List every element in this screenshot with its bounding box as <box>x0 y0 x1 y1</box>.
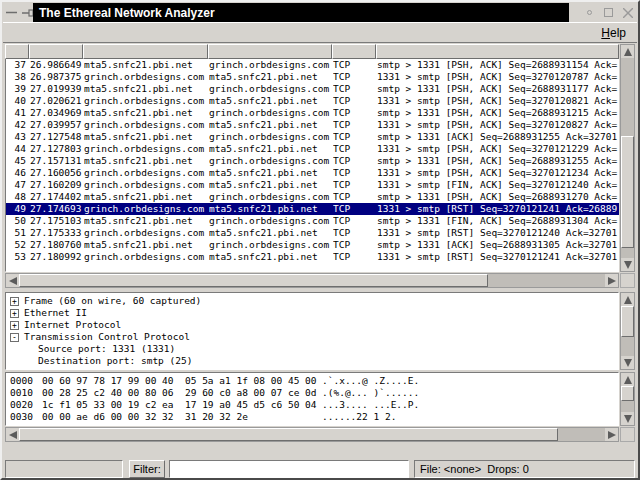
hex-row[interactable]: 0020 1c f1 05 33 00 19 c2 ea 17 19 a0 45… <box>8 399 618 411</box>
packet-row[interactable]: 39 27.019939 mta5.snfc21.pbi.net grinch.… <box>6 83 619 95</box>
ethereal-window: The Ethereal Network Analyzer Help 37 26… <box>0 0 640 480</box>
scroll-right-button[interactable] <box>605 428 618 441</box>
packet-row[interactable]: 48 27.174402 mta5.snfc21.pbi.net grinch.… <box>6 191 619 203</box>
cell-no: 51 <box>6 227 30 239</box>
scroll-right-button[interactable] <box>605 274 618 287</box>
tree-item[interactable]: - Transmission Control Protocol <box>8 331 618 343</box>
scroll-track[interactable] <box>621 58 634 258</box>
scroll-thumb[interactable] <box>19 428 558 441</box>
close-button[interactable] <box>620 5 635 20</box>
hex-row[interactable]: 0000 00 60 97 78 17 99 00 40 05 5a a1 1f… <box>8 375 618 387</box>
cell-info: 1331 > smtp [RST] Seq=3270121241 Ack=268… <box>377 203 619 215</box>
scroll-left-button[interactable] <box>6 274 19 287</box>
cell-time: 27.174693 <box>30 203 84 215</box>
packet-row[interactable]: 53 27.180992 grinch.orbdesigns.com mta5.… <box>6 251 619 263</box>
tree-expander-icon[interactable]: + <box>10 297 19 306</box>
hex-row[interactable]: 0010 00 28 25 c2 40 00 80 06 29 60 c0 a8… <box>8 387 618 399</box>
cell-protocol: TCP <box>333 167 377 179</box>
arrow-up-icon <box>624 48 632 56</box>
column-header[interactable] <box>208 44 332 59</box>
scroll-down-button[interactable] <box>621 258 634 271</box>
packet-row[interactable]: 38 26.987375 grinch.orbdesigns.com mta5.… <box>6 71 619 83</box>
packet-row[interactable]: 37 26.986649 mta5.snfc21.pbi.net grinch.… <box>6 59 619 71</box>
cell-protocol: TCP <box>333 95 377 107</box>
scroll-down-button[interactable] <box>621 356 634 369</box>
menu-item[interactable] <box>3 31 25 35</box>
cell-source: mta5.snfc21.pbi.net <box>84 239 209 251</box>
scroll-track[interactable] <box>19 428 605 441</box>
menu-item[interactable] <box>69 31 91 35</box>
tree-expander-icon[interactable]: + <box>10 321 19 330</box>
hex-ascii: .(%.@... )`...... <box>322 387 618 399</box>
scroll-down-button[interactable] <box>621 412 634 425</box>
scroll-up-button[interactable] <box>621 45 634 58</box>
scroll-track[interactable] <box>621 306 634 356</box>
scroll-thumb[interactable] <box>621 386 634 401</box>
window-title: The Ethereal Network Analyzer <box>33 3 569 22</box>
arrow-down-icon <box>624 415 632 423</box>
tree-expander-icon[interactable]: + <box>10 309 19 318</box>
menu-items <box>3 31 113 35</box>
tree-item[interactable]: Destination port: smtp (25) <box>8 355 618 367</box>
titlebar[interactable]: The Ethereal Network Analyzer <box>3 3 637 22</box>
cell-time: 27.127548 <box>30 131 84 143</box>
packet-row[interactable]: 46 27.160056 grinch.orbdesigns.com mta5.… <box>6 167 619 179</box>
packet-row[interactable]: 52 27.180760 mta5.snfc21.pbi.net grinch.… <box>6 239 619 251</box>
filter-button[interactable]: Filter: <box>129 460 165 478</box>
shade-button[interactable] <box>5 6 18 19</box>
file-status: File: <none> Drops: 0 <box>414 460 635 478</box>
packet-row[interactable]: 42 27.039957 grinch.orbdesigns.com mta5.… <box>6 119 619 131</box>
scroll-thumb[interactable] <box>621 306 634 337</box>
cell-protocol: TCP <box>333 179 377 191</box>
pin-icon <box>22 9 34 17</box>
packet-row[interactable]: 49 27.174693 grinch.orbdesigns.com mta5.… <box>6 203 619 215</box>
cell-info: smtp > 1331 [ACK] Seq=2688931305 Ack=327… <box>377 239 619 251</box>
scroll-up-button[interactable] <box>621 373 634 386</box>
tree-item[interactable]: Source port: 1331 (1331) <box>8 343 618 355</box>
menu-help[interactable]: Help <box>590 24 637 42</box>
packet-row[interactable]: 50 27.175103 mta5.snfc21.pbi.net grinch.… <box>6 215 619 227</box>
menu-item[interactable] <box>25 31 47 35</box>
filter-input[interactable] <box>169 460 409 478</box>
packet-row[interactable]: 44 27.127803 grinch.orbdesigns.com mta5.… <box>6 143 619 155</box>
hex-vscrollbar[interactable] <box>620 372 635 426</box>
column-header[interactable] <box>5 44 29 59</box>
packet-row[interactable]: 47 27.160209 grinch.orbdesigns.com mta5.… <box>6 179 619 191</box>
tree-item[interactable]: + Internet Protocol <box>8 319 618 331</box>
column-header[interactable] <box>83 44 208 59</box>
cell-protocol: TCP <box>333 107 377 119</box>
maximize-button[interactable] <box>601 5 616 20</box>
close-icon <box>623 8 633 18</box>
scroll-left-button[interactable] <box>6 428 19 441</box>
tree-expander-icon[interactable]: - <box>10 333 19 342</box>
cell-destination: mta5.snfc21.pbi.net <box>209 143 333 155</box>
hex-hscrollbar[interactable] <box>5 427 619 442</box>
packet-hscrollbar[interactable] <box>5 273 619 288</box>
packet-row[interactable]: 51 27.175333 grinch.orbdesigns.com mta5.… <box>6 227 619 239</box>
packet-row[interactable]: 43 27.127548 mta5.snfc21.pbi.net grinch.… <box>6 131 619 143</box>
packet-row[interactable]: 40 27.020621 grinch.orbdesigns.com mta5.… <box>6 95 619 107</box>
column-header[interactable] <box>29 44 83 59</box>
scroll-up-button[interactable] <box>621 293 634 306</box>
column-header[interactable] <box>332 44 376 59</box>
scroll-track[interactable] <box>19 274 605 287</box>
menu-item[interactable] <box>47 31 69 35</box>
packet-row[interactable]: 41 27.034969 mta5.snfc21.pbi.net grinch.… <box>6 107 619 119</box>
scroll-thumb[interactable] <box>621 136 634 248</box>
cell-source: grinch.orbdesigns.com <box>84 71 209 83</box>
hex-row[interactable]: 0030 00 00 ae d6 00 00 32 32 31 20 32 2e… <box>8 411 618 423</box>
packet-row[interactable]: 45 27.157131 mta5.snfc21.pbi.net grinch.… <box>6 155 619 167</box>
cell-destination: grinch.orbdesigns.com <box>209 239 333 251</box>
packet-list-pane: 37 26.986649 mta5.snfc21.pbi.net grinch.… <box>5 44 635 288</box>
column-header[interactable] <box>376 44 619 59</box>
tree-vscrollbar[interactable] <box>620 292 635 370</box>
tree-item[interactable]: + Frame (60 on wire, 60 captured) <box>8 295 618 307</box>
cell-info: smtp > 1331 [PSH, ACK] Seq=2688931255 Ac… <box>377 155 619 167</box>
cell-destination: mta5.snfc21.pbi.net <box>209 179 333 191</box>
menu-item[interactable] <box>91 31 113 35</box>
tree-item[interactable]: + Ethernet II <box>8 307 618 319</box>
packet-vscrollbar[interactable] <box>620 44 635 272</box>
iconify-button[interactable] <box>582 5 597 20</box>
scroll-thumb[interactable] <box>19 274 488 287</box>
scroll-track[interactable] <box>621 386 634 412</box>
